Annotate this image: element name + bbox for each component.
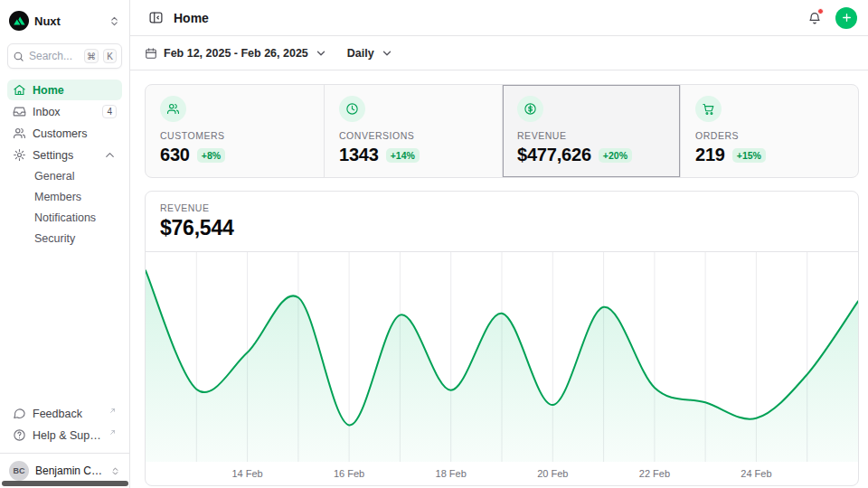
stat-card-revenue[interactable]: Revenue$477,626+20% bbox=[502, 85, 680, 177]
dashboard-app: Nuxt Search... ⌘ K HomeInbox4CustomersSe… bbox=[0, 0, 868, 488]
stat-delta-badge: +20% bbox=[599, 148, 632, 163]
granularity-label: Daily bbox=[347, 47, 374, 60]
sidebar-item-members[interactable]: Members bbox=[7, 187, 122, 207]
x-axis-tick-label: 16 Feb bbox=[334, 468, 364, 479]
add-button[interactable] bbox=[835, 7, 857, 29]
home-icon bbox=[13, 83, 26, 97]
stat-delta-badge: +14% bbox=[386, 148, 420, 163]
chevron-up-icon bbox=[103, 148, 117, 162]
search-placeholder: Search... bbox=[29, 50, 80, 62]
sidebar-link-label: Feedback bbox=[33, 408, 105, 420]
chevron-down-icon bbox=[381, 47, 393, 60]
x-axis-tick-label: 24 Feb bbox=[741, 468, 771, 479]
gear-icon bbox=[13, 148, 26, 162]
inbox-count-badge: 4 bbox=[102, 105, 117, 118]
sidebar-footer-links: FeedbackHelp & Support bbox=[7, 403, 122, 453]
revenue-chart[interactable]: 14 Feb16 Feb18 Feb20 Feb22 Feb24 Feb bbox=[146, 251, 858, 485]
workspace-name: Nuxt bbox=[34, 14, 103, 28]
user-avatar: BC bbox=[9, 461, 29, 481]
sidebar-item-label: Customers bbox=[33, 127, 117, 140]
revenue-chart-card: Revenue $76,544 14 Feb16 Feb18 Feb20 Feb… bbox=[145, 191, 859, 486]
stat-card-conversions[interactable]: Conversions1343+14% bbox=[324, 85, 502, 177]
stat-value: 1343 bbox=[339, 145, 379, 165]
sidebar-item-settings[interactable]: Settings bbox=[7, 145, 122, 165]
sidebar-item-label: Home bbox=[33, 84, 117, 97]
sidebar-item-inbox[interactable]: Inbox4 bbox=[7, 101, 122, 122]
stat-value: 219 bbox=[695, 145, 725, 165]
notifications-button[interactable] bbox=[803, 6, 826, 30]
chart-header: Revenue $76,544 bbox=[146, 192, 858, 251]
horizontal-scrollbar-thumb[interactable] bbox=[2, 481, 128, 486]
stat-label: Conversions bbox=[339, 130, 487, 141]
sidebar-item-customers[interactable]: Customers bbox=[7, 123, 122, 144]
clock-icon bbox=[339, 96, 365, 122]
dollar-icon bbox=[517, 96, 543, 122]
calendar-icon bbox=[145, 47, 157, 60]
stat-delta-badge: +8% bbox=[197, 148, 225, 163]
stat-value: $477,626 bbox=[517, 145, 591, 165]
help-icon bbox=[13, 428, 26, 442]
sidebar-item-general[interactable]: General bbox=[7, 166, 122, 186]
topbar: Home bbox=[130, 0, 868, 36]
plus-icon bbox=[841, 12, 853, 23]
main-area: Home Feb 12, 2 bbox=[130, 0, 868, 488]
sidebar-link-help-support[interactable]: Help & Support bbox=[7, 425, 122, 446]
message-icon bbox=[13, 407, 26, 420]
users-icon bbox=[160, 96, 186, 122]
collapse-sidebar-button[interactable] bbox=[145, 7, 166, 29]
sidebar-spacer bbox=[7, 249, 122, 403]
stat-value: 630 bbox=[160, 145, 190, 165]
shortcut-k-key: K bbox=[103, 49, 117, 63]
stat-card-orders[interactable]: Orders219+15% bbox=[680, 85, 858, 177]
x-axis-tick-label: 18 Feb bbox=[436, 468, 467, 479]
x-axis-tick-label: 22 Feb bbox=[639, 468, 670, 479]
sidebar: Nuxt Search... ⌘ K HomeInbox4CustomersSe… bbox=[0, 0, 130, 488]
external-icon bbox=[108, 428, 117, 436]
page-title: Home bbox=[174, 11, 209, 25]
x-axis-tick-label: 14 Feb bbox=[231, 468, 262, 479]
panel-left-icon bbox=[148, 10, 164, 25]
sidebar-nav: HomeInbox4CustomersSettingsGeneralMember… bbox=[7, 80, 122, 249]
sidebar-item-label: Settings bbox=[33, 149, 97, 162]
stat-label: Customers bbox=[160, 130, 309, 141]
date-range-label: Feb 12, 2025 - Feb 26, 2025 bbox=[164, 47, 308, 60]
nuxt-logo-icon bbox=[9, 11, 29, 31]
chevrons-up-down-icon bbox=[110, 466, 120, 476]
x-axis-tick-label: 20 Feb bbox=[537, 468, 568, 479]
chart-current-value: $76,544 bbox=[160, 216, 844, 240]
sidebar-link-label: Help & Support bbox=[33, 429, 105, 442]
chevron-down-icon bbox=[315, 47, 327, 60]
sidebar-item-label: Inbox bbox=[33, 106, 96, 118]
stat-card-customers[interactable]: Customers630+8% bbox=[146, 85, 324, 177]
search-input[interactable]: Search... ⌘ K bbox=[7, 43, 122, 69]
notification-dot bbox=[817, 8, 824, 14]
stat-delta-badge: +15% bbox=[732, 148, 766, 163]
sidebar-item-home[interactable]: Home bbox=[7, 80, 122, 100]
workspace-selector[interactable]: Nuxt bbox=[7, 7, 122, 34]
sidebar-item-security[interactable]: Security bbox=[7, 229, 122, 249]
page-content: Customers630+8%Conversions1343+14%Revenu… bbox=[130, 70, 868, 488]
users-icon bbox=[13, 127, 26, 140]
stats-row: Customers630+8%Conversions1343+14%Revenu… bbox=[145, 84, 859, 178]
inbox-icon bbox=[13, 105, 26, 118]
cart-icon bbox=[695, 96, 722, 122]
search-icon bbox=[13, 51, 24, 62]
external-icon bbox=[108, 407, 117, 415]
filters-toolbar: Feb 12, 2025 - Feb 26, 2025 Daily bbox=[130, 36, 868, 70]
sidebar-link-feedback[interactable]: Feedback bbox=[7, 403, 122, 424]
stat-label: Orders bbox=[695, 130, 844, 141]
user-name: Benjamin Canac bbox=[35, 465, 104, 477]
stat-label: Revenue bbox=[517, 130, 665, 141]
chevrons-up-down-icon bbox=[108, 15, 120, 27]
date-range-picker[interactable]: Feb 12, 2025 - Feb 26, 2025 bbox=[145, 47, 327, 60]
granularity-select[interactable]: Daily bbox=[347, 47, 393, 60]
chart-title: Revenue bbox=[160, 202, 844, 213]
shortcut-cmd-key: ⌘ bbox=[84, 49, 99, 63]
sidebar-item-notifications[interactable]: Notifications bbox=[7, 208, 122, 228]
